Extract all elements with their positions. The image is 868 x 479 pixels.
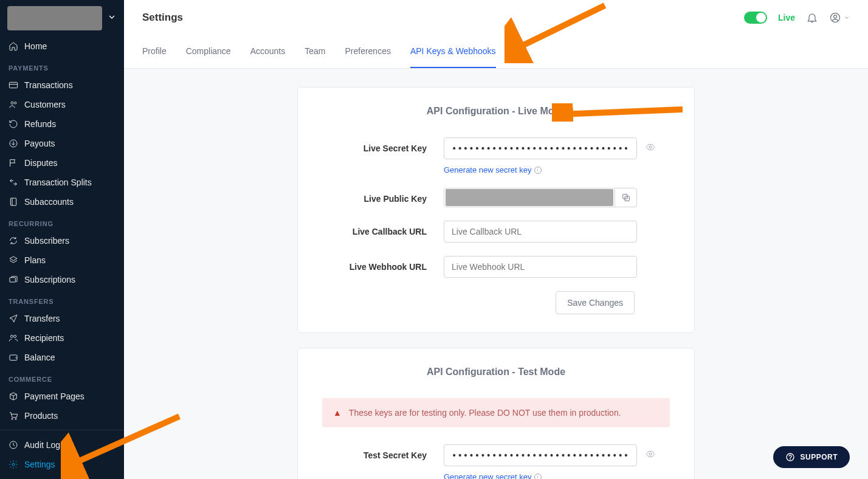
split-icon bbox=[9, 177, 18, 187]
svg-point-3 bbox=[15, 102, 16, 104]
reveal-live-secret-button[interactable] bbox=[646, 142, 655, 154]
live-mode-toggle[interactable] bbox=[744, 12, 767, 24]
live-webhook-label: Live Webhook URL bbox=[310, 256, 444, 272]
info-icon: i bbox=[534, 167, 542, 174]
svg-point-12 bbox=[12, 418, 13, 419]
sidebar-item-audit-logs[interactable]: Audit Logs bbox=[0, 435, 124, 455]
sidebar-item-recipients[interactable]: Recipients bbox=[0, 328, 124, 348]
bell-icon[interactable] bbox=[806, 12, 818, 24]
svg-point-13 bbox=[15, 418, 16, 419]
live-callback-label: Live Callback URL bbox=[310, 221, 444, 236]
settings-tabs: Profile Compliance Accounts Team Prefere… bbox=[124, 35, 868, 68]
generate-live-secret-link[interactable]: Generate new secret key i bbox=[444, 165, 682, 174]
live-secret-key-input[interactable] bbox=[444, 137, 637, 159]
sidebar-item-label: Products bbox=[24, 411, 58, 421]
live-secret-label: Live Secret Key bbox=[310, 137, 444, 153]
live-callback-url-input[interactable] bbox=[444, 221, 637, 243]
gear-icon bbox=[9, 460, 18, 469]
sidebar-section-payments: PAYMENTS bbox=[0, 56, 124, 75]
sidebar-item-label: Transfers bbox=[24, 314, 60, 323]
flag-icon bbox=[9, 158, 18, 168]
user-circle-icon bbox=[829, 12, 841, 24]
sidebar-item-products[interactable]: Products bbox=[0, 406, 124, 426]
save-changes-button[interactable]: Save Changes bbox=[556, 291, 635, 314]
sidebar-item-subaccounts[interactable]: Subaccounts bbox=[0, 192, 124, 212]
refresh-icon bbox=[9, 236, 18, 246]
svg-point-17 bbox=[834, 15, 837, 18]
sidebar-section-recurring: RECURRING bbox=[0, 212, 124, 231]
copy-live-public-button[interactable] bbox=[615, 189, 636, 206]
package-icon bbox=[9, 391, 18, 401]
account-switcher[interactable] bbox=[0, 0, 124, 36]
generate-test-secret-link[interactable]: Generate new secret key i bbox=[444, 472, 682, 479]
sidebar-item-label: Home bbox=[24, 41, 47, 51]
sidebar-item-label: Transactions bbox=[24, 80, 73, 90]
people-icon bbox=[9, 333, 18, 343]
live-card-title: API Configuration - Live Mode bbox=[310, 106, 682, 117]
reveal-test-secret-button[interactable] bbox=[646, 449, 655, 461]
sidebar-item-settings[interactable]: Settings bbox=[0, 455, 124, 474]
sidebar-section-transfers: TRANSFERS bbox=[0, 289, 124, 309]
tab-team[interactable]: Team bbox=[305, 35, 325, 68]
live-public-key-input[interactable] bbox=[444, 188, 637, 207]
sidebar-item-label: Subscriptions bbox=[24, 275, 75, 284]
warning-icon: ▲ bbox=[333, 408, 342, 418]
support-button[interactable]: SUPPORT bbox=[773, 446, 850, 468]
cards-icon bbox=[9, 275, 18, 284]
test-api-card: API Configuration - Test Mode ▲ These ke… bbox=[297, 348, 695, 479]
test-card-title: API Configuration - Test Mode bbox=[310, 367, 682, 377]
test-secret-key-input[interactable] bbox=[444, 444, 637, 466]
tab-compliance[interactable]: Compliance bbox=[186, 35, 231, 68]
svg-point-2 bbox=[11, 102, 13, 104]
svg-marker-7 bbox=[10, 257, 17, 261]
sidebar-item-balance[interactable]: Balance bbox=[0, 348, 124, 367]
svg-point-15 bbox=[12, 463, 15, 466]
sidebar-item-subscribers[interactable]: Subscribers bbox=[0, 231, 124, 250]
sidebar-item-label: Refunds bbox=[24, 119, 56, 129]
download-icon bbox=[9, 139, 18, 148]
sidebar-item-transactions[interactable]: Transactions bbox=[0, 75, 124, 95]
sidebar-item-refunds[interactable]: Refunds bbox=[0, 114, 124, 134]
sidebar-item-plans[interactable]: Plans bbox=[0, 250, 124, 270]
layers-icon bbox=[9, 255, 18, 265]
sidebar-item-label: Balance bbox=[24, 353, 55, 362]
sidebar-item-home[interactable]: Home bbox=[0, 36, 124, 56]
tab-api-keys-webhooks[interactable]: API Keys & Webhooks bbox=[410, 35, 496, 68]
live-public-label: Live Public Key bbox=[310, 188, 444, 204]
sidebar-section-commerce: COMMERCE bbox=[0, 367, 124, 387]
svg-point-29 bbox=[790, 459, 791, 460]
sidebar-item-customers[interactable]: Customers bbox=[0, 95, 124, 114]
sidebar-item-label: Plans bbox=[24, 255, 46, 265]
sidebar-item-disputes[interactable]: Disputes bbox=[0, 153, 124, 173]
sidebar-item-subscriptions[interactable]: Subscriptions bbox=[0, 270, 124, 289]
sidebar-item-transaction-splits[interactable]: Transaction Splits bbox=[0, 173, 124, 192]
tab-preferences[interactable]: Preferences bbox=[345, 35, 390, 68]
alert-text: These keys are for testing only. Please … bbox=[349, 408, 621, 418]
chevron-down-icon bbox=[107, 12, 117, 24]
redacted-value bbox=[446, 189, 613, 206]
sidebar-item-label: Disputes bbox=[24, 158, 57, 168]
sidebar-item-transfers[interactable]: Transfers bbox=[0, 309, 124, 328]
sidebar: Home PAYMENTS Transactions Customers Ref… bbox=[0, 0, 124, 479]
wallet-icon bbox=[9, 353, 18, 362]
sidebar-item-payment-pages[interactable]: Payment Pages bbox=[0, 387, 124, 406]
tab-profile[interactable]: Profile bbox=[142, 35, 167, 68]
sidebar-item-label: Subscribers bbox=[24, 236, 69, 246]
book-icon bbox=[9, 197, 18, 207]
cart-icon bbox=[9, 411, 18, 421]
home-icon bbox=[9, 41, 18, 51]
page-title: Settings bbox=[142, 12, 183, 24]
svg-rect-0 bbox=[9, 82, 17, 88]
svg-point-21 bbox=[649, 453, 652, 455]
tab-accounts[interactable]: Accounts bbox=[250, 35, 286, 68]
profile-menu[interactable] bbox=[829, 12, 850, 24]
account-logo bbox=[7, 6, 102, 30]
sidebar-item-label: Payouts bbox=[24, 139, 55, 148]
svg-point-10 bbox=[14, 335, 16, 337]
sidebar-item-label: Subaccounts bbox=[24, 197, 74, 207]
live-webhook-url-input[interactable] bbox=[444, 256, 637, 278]
info-icon: i bbox=[534, 474, 542, 480]
sidebar-item-label: Payment Pages bbox=[24, 391, 84, 401]
sidebar-item-payouts[interactable]: Payouts bbox=[0, 134, 124, 153]
card-icon bbox=[9, 80, 18, 90]
